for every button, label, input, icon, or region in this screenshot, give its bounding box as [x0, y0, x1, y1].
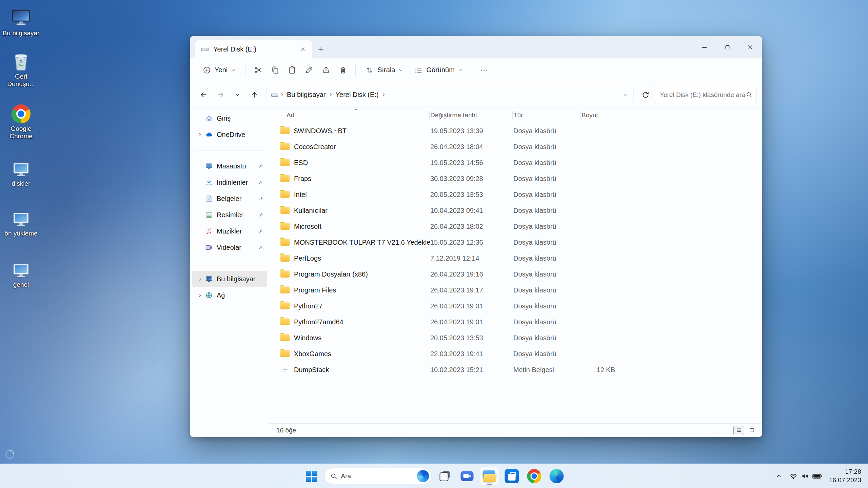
file-date: 22.03.2023 19:41 — [430, 350, 513, 358]
share-button[interactable] — [318, 63, 334, 78]
microsoft-store-button[interactable] — [502, 467, 521, 486]
sidebar-item-label: Ağ — [217, 291, 264, 299]
sidebar-item-this-pc[interactable]: Bu bilgisayar — [192, 271, 267, 287]
file-row[interactable]: PerfLogs 7.12.2019 12:14 Dosya klasörü — [269, 250, 762, 266]
file-date: 26.04.2023 18:02 — [430, 223, 513, 230]
this-pc-icon — [11, 7, 32, 28]
sidebar-item-network[interactable]: Ağ — [192, 287, 267, 303]
refresh-button[interactable] — [638, 87, 653, 102]
forward-button[interactable] — [213, 87, 228, 102]
network-volume-battery-button[interactable] — [787, 468, 825, 484]
view-thumbnail-toggle[interactable] — [746, 426, 757, 435]
more-options-button[interactable] — [476, 63, 492, 78]
breadcrumb: Bu bilgisayar Yerel Disk (E:) — [266, 87, 634, 103]
view-button[interactable]: Görünüm — [409, 62, 467, 78]
minimize-button[interactable] — [693, 36, 716, 58]
file-row[interactable]: Program Dosyaları (x86) 26.04.2023 19:16… — [269, 266, 762, 282]
chevron-right-icon — [381, 93, 386, 97]
search-input[interactable] — [660, 91, 746, 99]
column-header-size[interactable]: Boyut — [581, 111, 623, 119]
new-button[interactable]: Yeni — [198, 62, 240, 78]
file-row[interactable]: Program Files 26.04.2023 19:17 Dosya kla… — [269, 282, 762, 298]
file-row[interactable]: ESD 19.05.2023 14:56 Dosya klasörü — [269, 155, 762, 171]
chat-button[interactable] — [458, 467, 477, 486]
close-button[interactable] — [739, 36, 762, 58]
view-icon — [414, 66, 423, 75]
toolbar-separator — [245, 65, 245, 76]
file-row[interactable]: DumpStack 10.02.2023 15:21 Metin Belgesi… — [269, 362, 762, 378]
sidebar-item-music[interactable]: Müzikler — [192, 223, 267, 239]
sidebar-item-pictures[interactable]: Resimler — [192, 207, 267, 223]
file-type: Dosya klasörü — [513, 207, 581, 215]
view-details-toggle[interactable] — [733, 426, 744, 435]
file-row[interactable]: XboxGames 22.03.2023 19:41 Dosya klasörü — [269, 346, 762, 362]
desktop-icon-genel[interactable]: genel — [2, 262, 40, 288]
desktop-icon-on-yukleme[interactable]: ön yükleme — [2, 210, 40, 237]
chrome-button[interactable] — [525, 467, 544, 486]
file-row[interactable]: Intel 20.05.2023 13:53 Dosya klasörü — [269, 187, 762, 203]
file-row[interactable]: Fraps 30.03.2023 09:28 Dosya klasörü — [269, 171, 762, 187]
desktop-icon-this-pc[interactable]: Bu bilgisayar — [2, 7, 40, 37]
delete-button[interactable] — [335, 63, 351, 78]
file-row[interactable]: Python27 26.04.2023 19:01 Dosya klasörü — [269, 298, 762, 314]
file-icon — [280, 191, 290, 198]
sidebar-item-onedrive[interactable]: OneDrive — [192, 126, 267, 143]
file-explorer-button[interactable] — [480, 467, 499, 486]
maximize-button[interactable] — [716, 36, 739, 58]
column-header-name[interactable]: Ad — [287, 111, 430, 119]
cut-button[interactable] — [250, 63, 266, 78]
edge-button[interactable] — [547, 467, 566, 486]
desktop: { "desktop": { "icons": [ { "label": "Bu… — [0, 0, 868, 488]
chat-icon — [461, 471, 474, 481]
sidebar-item-downloads[interactable]: İndirilenler — [192, 174, 267, 190]
file-row[interactable]: MONSTERBOOK TULPAR T7 V21.6 Yedeklemesi … — [269, 235, 762, 250]
desktop-icon-diskler[interactable]: diskler — [2, 161, 40, 187]
explorer-window: Yerel Disk (E:) Yeni — [190, 36, 762, 437]
tab-close-button[interactable] — [298, 44, 308, 54]
taskbar: Ara 17:28 16.0 — [0, 464, 868, 488]
file-name: Windows — [294, 334, 430, 342]
address-dropdown-button[interactable] — [618, 88, 631, 101]
sort-button[interactable]: Sırala — [360, 62, 408, 78]
desktop-icon-chrome[interactable]: Google Chrome — [2, 104, 40, 140]
file-icon — [280, 159, 290, 166]
breadcrumb-this-pc[interactable]: Bu bilgisayar — [284, 89, 329, 100]
back-button[interactable] — [196, 87, 211, 102]
sidebar-item-videos[interactable]: Videolar — [192, 239, 267, 256]
paste-button[interactable] — [284, 63, 300, 78]
up-button[interactable] — [246, 87, 262, 102]
file-name: Python27amd64 — [294, 318, 430, 326]
caption-buttons — [693, 36, 762, 58]
file-type: Dosya klasörü — [513, 143, 581, 151]
start-button[interactable] — [302, 467, 321, 486]
file-list: $WINDOWS.~BT 19.05.2023 13:39 Dosya klas… — [269, 123, 762, 423]
file-row[interactable]: Kullanıcılar 10.04.2023 09:41 Dosya klas… — [269, 203, 762, 219]
column-header-date[interactable]: Değiştirme tarihi — [430, 111, 513, 119]
rename-button[interactable] — [301, 63, 317, 78]
file-row[interactable]: $WINDOWS.~BT 19.05.2023 13:39 Dosya klas… — [269, 123, 762, 139]
desktop-icon-recycle-bin[interactable]: Geri Dönüşü... — [2, 52, 40, 88]
recent-locations-button[interactable] — [230, 87, 245, 102]
sidebar-item-documents[interactable]: Belgeler — [192, 190, 267, 207]
battery-icon — [812, 474, 822, 479]
file-row[interactable]: Windows 20.05.2023 13:53 Dosya klasörü — [269, 330, 762, 346]
sidebar-item-home[interactable]: Giriş — [192, 110, 267, 126]
file-type: Metin Belgesi — [513, 366, 581, 374]
clock[interactable]: 17:28 16.07.2023 — [827, 468, 863, 484]
copy-button[interactable] — [267, 63, 283, 78]
column-header-type[interactable]: Tür — [513, 111, 581, 119]
file-row[interactable]: Microsoft 26.04.2023 18:02 Dosya klasörü — [269, 219, 762, 235]
file-type: Dosya klasörü — [513, 286, 581, 294]
task-view-button[interactable] — [435, 467, 454, 486]
explorer-tab[interactable]: Yerel Disk (E:) — [195, 40, 312, 58]
file-row[interactable]: Python27amd64 26.04.2023 19:01 Dosya kla… — [269, 314, 762, 330]
sidebar-item-desktop[interactable]: Masaüstü — [192, 158, 267, 174]
file-date: 20.05.2023 13:53 — [430, 191, 513, 199]
hidden-icons-button[interactable] — [773, 468, 785, 484]
new-tab-button[interactable] — [315, 43, 327, 55]
taskbar-search[interactable]: Ara — [324, 468, 432, 484]
monitor-shortcut-icon — [12, 210, 30, 228]
desktop-icon-label: genel — [2, 281, 40, 288]
breadcrumb-local-disk-e[interactable]: Yerel Disk (E:) — [333, 89, 382, 100]
file-row[interactable]: CocosCreator 26.04.2023 18:04 Dosya klas… — [269, 139, 762, 155]
